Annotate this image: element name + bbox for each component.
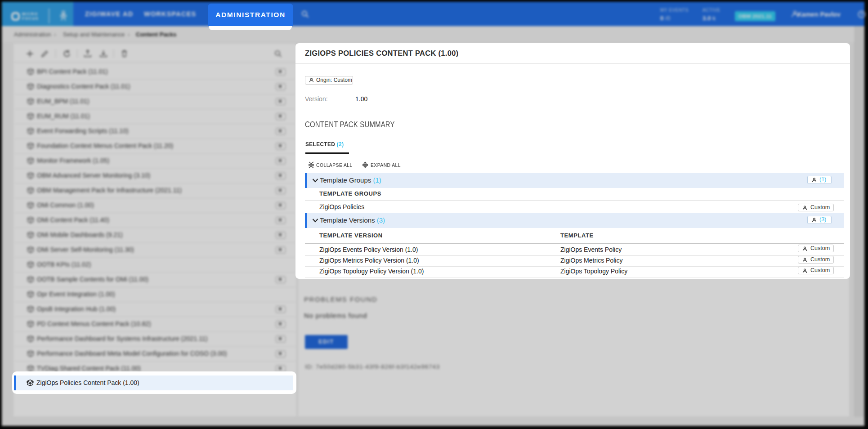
svg-text:?: ? — [860, 12, 863, 17]
